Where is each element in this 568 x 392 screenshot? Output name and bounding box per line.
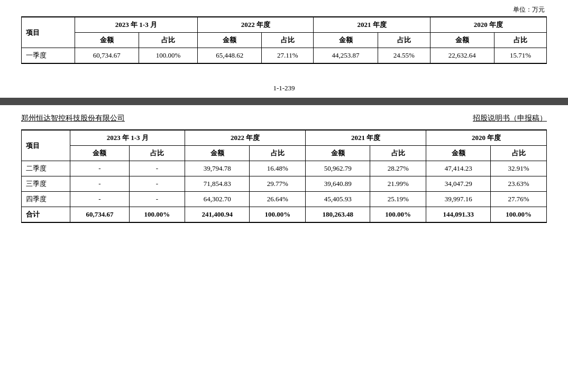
- cell: 21.99%: [370, 176, 426, 192]
- cell: -: [129, 192, 185, 207]
- cell: 241,400.94: [185, 207, 250, 223]
- company-header: 郑州恒达智控科技股份有限公司 招股说明书（申报稿）: [0, 105, 568, 129]
- table1-group-2022: 2022 年度: [198, 17, 314, 33]
- company-name: 郑州恒达智控科技股份有限公司: [21, 114, 125, 123]
- table2-group-2023: 2023 年 1-3 月: [70, 130, 185, 146]
- cell: 100.00%: [139, 48, 197, 64]
- table2-group-2021: 2021 年度: [306, 130, 426, 146]
- cell: -: [70, 192, 129, 207]
- table1-group-2023: 2023 年 1-3 月: [75, 17, 197, 33]
- cell: 39,997.16: [426, 192, 491, 207]
- cell: 65,448.62: [198, 48, 262, 64]
- cell: -: [129, 161, 185, 176]
- cell: 39,794.78: [185, 161, 250, 176]
- table-row: 三季度--71,854.8329.77%39,640.8921.99%34,04…: [22, 176, 547, 192]
- cell: 180,263.48: [306, 207, 370, 223]
- cell: 24.55%: [378, 48, 430, 64]
- t1-sh-3: 占比: [262, 33, 314, 48]
- table2: 项目 2023 年 1-3 月 2022 年度 2021 年度 2020 年度 …: [21, 129, 547, 223]
- cell: 64,302.70: [185, 192, 250, 207]
- cell: 26.64%: [250, 192, 306, 207]
- cell: 32.91%: [491, 161, 547, 176]
- cell: 47,414.23: [426, 161, 491, 176]
- t2-sh-0: 金额: [70, 146, 129, 161]
- cell: 16.48%: [250, 161, 306, 176]
- col-group-row: 项目 2023 年 1-3 月 2022 年度 2021 年度 2020 年度: [22, 17, 547, 33]
- unit-label: 单位：万元: [21, 5, 547, 14]
- cell: 44,253.87: [314, 48, 378, 64]
- table2-header-item: 项目: [22, 130, 70, 161]
- table1: 项目 2023 年 1-3 月 2022 年度 2021 年度 2020 年度 …: [21, 16, 547, 64]
- t1-sh-4: 金额: [314, 33, 378, 48]
- cell: 144,091.33: [426, 207, 491, 223]
- t2-col-group-row: 项目 2023 年 1-3 月 2022 年度 2021 年度 2020 年度: [22, 130, 547, 146]
- row-label: 合计: [22, 207, 70, 223]
- cell: -: [70, 161, 129, 176]
- table1-header-item: 项目: [22, 17, 75, 48]
- table2-group-2020: 2020 年度: [426, 130, 547, 146]
- cell: -: [70, 176, 129, 192]
- cell: 15.71%: [494, 48, 546, 64]
- cell: 100.00%: [491, 207, 547, 223]
- bottom-section: 项目 2023 年 1-3 月 2022 年度 2021 年度 2020 年度 …: [0, 129, 568, 234]
- cell: 28.27%: [370, 161, 426, 176]
- doc-title: 招股说明书（申报稿）: [473, 114, 547, 123]
- cell: 22,632.64: [430, 48, 494, 64]
- cell: 100.00%: [370, 207, 426, 223]
- table2-group-2022: 2022 年度: [185, 130, 306, 146]
- table-row: 二季度--39,794.7816.48%50,962.7928.27%47,41…: [22, 161, 547, 176]
- cell: 27.11%: [262, 48, 314, 64]
- t1-sh-6: 金额: [430, 33, 494, 48]
- t1-sh-2: 金额: [198, 33, 262, 48]
- top-section: 单位：万元 项目 2023 年 1-3 月 2022 年度 2021 年度 20…: [0, 0, 568, 74]
- cell: 100.00%: [129, 207, 185, 223]
- t2-sh-3: 占比: [250, 146, 306, 161]
- row-label: 一季度: [22, 48, 75, 64]
- t2-sh-1: 占比: [129, 146, 185, 161]
- table-row: 一季度60,734.67100.00%65,448.6227.11%44,253…: [22, 48, 547, 64]
- table-row: 四季度--64,302.7026.64%45,405.9325.19%39,99…: [22, 192, 547, 207]
- t2-sh-7: 占比: [491, 146, 547, 161]
- row-label: 四季度: [22, 192, 70, 207]
- t2-sub-header-row: 金额 占比 金额 占比 金额 占比 金额 占比: [22, 146, 547, 161]
- cell: 25.19%: [370, 192, 426, 207]
- t2-sh-5: 占比: [370, 146, 426, 161]
- t2-sh-2: 金额: [185, 146, 250, 161]
- cell: -: [129, 176, 185, 192]
- row-label: 三季度: [22, 176, 70, 192]
- cell: 23.63%: [491, 176, 547, 192]
- cell: 50,962.79: [306, 161, 370, 176]
- t1-sh-7: 占比: [494, 33, 546, 48]
- cell: 34,047.29: [426, 176, 491, 192]
- sub-header-row: 金额 占比 金额 占比 金额 占比 金额 占比: [22, 33, 547, 48]
- cell: 60,734.67: [70, 207, 129, 223]
- cell: 71,854.83: [185, 176, 250, 192]
- t1-sh-1: 占比: [139, 33, 197, 48]
- table1-group-2020: 2020 年度: [430, 17, 546, 33]
- t1-sh-0: 金额: [75, 33, 139, 48]
- table-row: 合计60,734.67100.00%241,400.94100.00%180,2…: [22, 207, 547, 223]
- row-label: 二季度: [22, 161, 70, 176]
- cell: 45,405.93: [306, 192, 370, 207]
- t2-sh-6: 金额: [426, 146, 491, 161]
- cell: 100.00%: [250, 207, 306, 223]
- t2-sh-4: 金额: [306, 146, 370, 161]
- t1-sh-5: 占比: [378, 33, 430, 48]
- table1-group-2021: 2021 年度: [314, 17, 430, 33]
- divider-bar: [0, 98, 568, 105]
- cell: 39,640.89: [306, 176, 370, 192]
- cell: 60,734.67: [75, 48, 139, 64]
- cell: 29.77%: [250, 176, 306, 192]
- page-number: 1-1-239: [0, 84, 568, 92]
- cell: 27.76%: [491, 192, 547, 207]
